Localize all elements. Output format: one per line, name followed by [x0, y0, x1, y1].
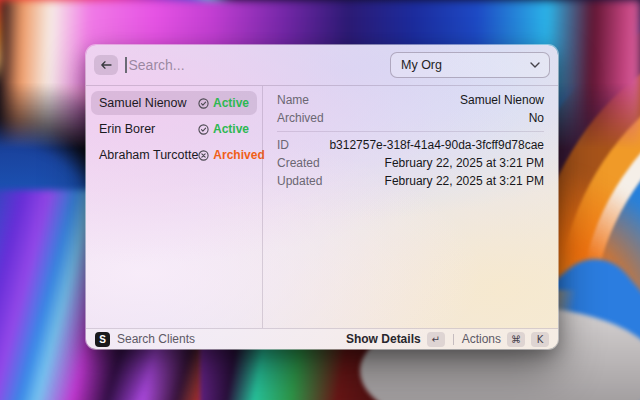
- detail-row: Created February 22, 2025 at 3:21 PM: [277, 154, 544, 172]
- detail-row: Name Samuel Nienow: [277, 91, 544, 109]
- status-badge: Active: [198, 122, 249, 136]
- footer-actions: Show Details ↵ Actions ⌘ K: [346, 332, 549, 347]
- window-footer: S Search Clients Show Details ↵ Actions …: [86, 328, 558, 349]
- detail-row: Updated February 22, 2025 at 3:21 PM: [277, 172, 544, 190]
- back-button[interactable]: [94, 55, 118, 75]
- list-item[interactable]: Abraham Turcotte Archived: [91, 143, 257, 167]
- client-list: Samuel Nienow Active Erin Borer: [86, 86, 262, 328]
- status-label: Active: [213, 122, 249, 136]
- check-circle-icon: [198, 98, 209, 109]
- actions-button[interactable]: Actions: [462, 332, 501, 346]
- detail-label: Updated: [277, 174, 322, 188]
- detail-row: ID b312757e-318f-41a4-90da-3fcff9d78cae: [277, 136, 544, 154]
- detail-label: Archived: [277, 111, 324, 125]
- app-name-label: Search Clients: [117, 332, 195, 346]
- arrow-left-icon: [100, 60, 112, 70]
- search-placeholder: Search...: [129, 57, 185, 73]
- detail-value: Samuel Nienow: [460, 93, 544, 107]
- status-label: Archived: [213, 148, 264, 162]
- status-badge: Archived: [198, 148, 264, 162]
- detail-divider: [277, 131, 544, 132]
- status-label: Active: [213, 96, 249, 110]
- chevron-down-icon: [530, 62, 540, 68]
- return-key-icon[interactable]: ↵: [427, 332, 445, 347]
- desktop: Search... My Org Samuel Nienow: [0, 0, 640, 400]
- detail-value: b312757e-318f-41a4-90da-3fcff9d78cae: [329, 138, 544, 152]
- search-input[interactable]: Search...: [125, 57, 383, 73]
- detail-value: No: [529, 111, 544, 125]
- detail-row: Archived No: [277, 109, 544, 127]
- org-select-value: My Org: [401, 58, 442, 72]
- client-name: Samuel Nienow: [99, 96, 187, 110]
- list-item[interactable]: Erin Borer Active: [91, 117, 257, 141]
- window-body: Samuel Nienow Active Erin Borer: [86, 86, 558, 328]
- x-circle-icon: [198, 150, 209, 161]
- k-key-icon[interactable]: K: [531, 332, 549, 347]
- status-badge: Active: [198, 96, 249, 110]
- detail-label: Name: [277, 93, 309, 107]
- list-item[interactable]: Samuel Nienow Active: [91, 91, 257, 115]
- window-header: Search... My Org: [86, 45, 558, 85]
- org-select[interactable]: My Org: [390, 52, 550, 78]
- check-circle-icon: [198, 124, 209, 135]
- client-name: Erin Borer: [99, 122, 155, 136]
- detail-panel: Name Samuel Nienow Archived No ID b31275…: [263, 86, 558, 328]
- client-name: Abraham Turcotte: [99, 148, 198, 162]
- detail-value: February 22, 2025 at 3:21 PM: [385, 156, 544, 170]
- footer-separator: [453, 334, 454, 345]
- command-key-icon[interactable]: ⌘: [507, 332, 525, 347]
- detail-label: Created: [277, 156, 320, 170]
- text-cursor: [125, 57, 127, 73]
- detail-label: ID: [277, 138, 289, 152]
- show-details-button[interactable]: Show Details: [346, 332, 421, 346]
- app-logo: S: [95, 332, 110, 347]
- search-clients-window: Search... My Org Samuel Nienow: [86, 45, 558, 349]
- detail-value: February 22, 2025 at 3:21 PM: [385, 174, 544, 188]
